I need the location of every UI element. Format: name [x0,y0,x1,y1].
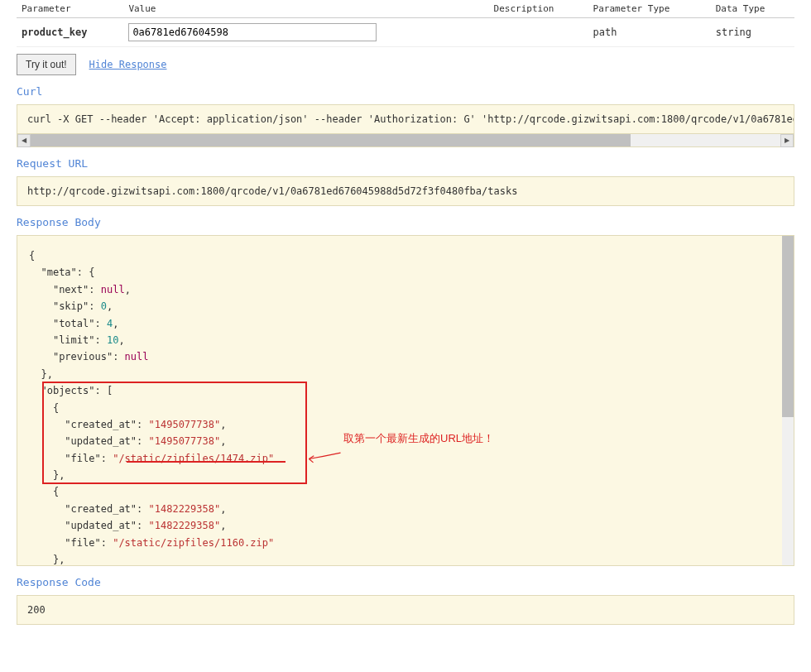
vertical-scrollbar[interactable] [782,236,794,565]
actions-row: Try it out! Hide Response [17,54,794,75]
response-code-value: 200 [27,604,46,616]
scrollbar-right-arrow[interactable]: ▶ [780,134,794,147]
try-it-out-button[interactable]: Try it out! [17,54,76,75]
col-data-type: Data Type [711,0,794,18]
request-url-heading: Request URL [17,157,794,170]
curl-scrollbar[interactable]: ◀ ▶ [17,134,794,147]
param-name: product_key [17,18,123,47]
param-value-input[interactable] [128,23,377,41]
response-code-block: 200 [17,595,794,625]
hide-response-link[interactable]: Hide Response [89,59,167,70]
vertical-scrollbar-thumb[interactable] [782,236,794,417]
scrollbar-thumb[interactable] [31,134,631,146]
parameters-table: Parameter Value Description Parameter Ty… [17,0,794,47]
col-param-type: Parameter Type [588,0,711,18]
param-value-cell [123,18,488,47]
col-value: Value [123,0,488,18]
param-type: path [588,18,711,47]
curl-heading: Curl [17,85,794,98]
scrollbar-track[interactable] [31,134,780,146]
request-url-block: http://qrcode.gizwitsapi.com:1800/qrcode… [17,176,794,206]
response-body-block: { "meta": { "next": null, "skip": 0, "to… [17,235,794,566]
scrollbar-left-arrow[interactable]: ◀ [17,134,31,147]
response-body-heading: Response Body [17,216,794,228]
param-description [489,18,588,47]
col-description: Description [489,0,588,18]
table-row: product_key path string [17,18,794,47]
param-data-type: string [711,18,794,47]
request-url-content: http://qrcode.gizwitsapi.com:1800/qrcode… [27,185,517,197]
response-code-heading: Response Code [17,576,794,588]
curl-block: curl -X GET --header 'Accept: applicatio… [17,104,794,134]
response-json: { "meta": { "next": null, "skip": 0, "to… [29,247,782,566]
col-parameter: Parameter [17,0,123,18]
curl-content: curl -X GET --header 'Accept: applicatio… [27,113,794,125]
